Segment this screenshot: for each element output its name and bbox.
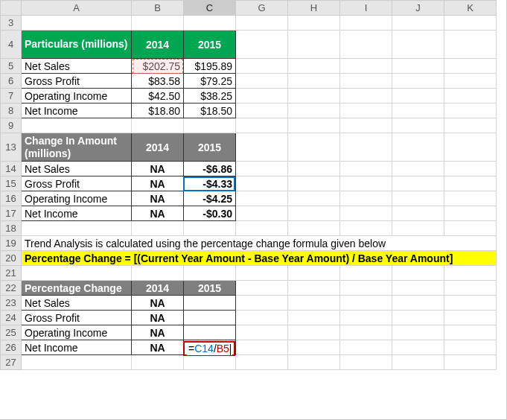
cell[interactable] xyxy=(236,281,288,296)
cell[interactable] xyxy=(340,296,392,311)
col-header-J[interactable]: J xyxy=(392,1,444,16)
spreadsheet-view[interactable]: A B C G H I J K 3 4 Particulars (million… xyxy=(0,0,507,420)
cell-A25[interactable]: Operating Income xyxy=(22,325,132,340)
cell[interactable] xyxy=(288,221,340,236)
cell[interactable] xyxy=(184,118,236,133)
row-header[interactable]: 21 xyxy=(1,266,22,281)
cell[interactable] xyxy=(236,355,288,370)
table1-header-2015[interactable]: 2015 xyxy=(184,31,236,59)
cell[interactable] xyxy=(184,16,236,31)
table2-header-change[interactable]: Change In Amount (millions) xyxy=(22,133,132,162)
row-header[interactable]: 17 xyxy=(1,206,22,221)
cell[interactable] xyxy=(340,191,392,206)
cell[interactable] xyxy=(236,89,288,104)
cell[interactable] xyxy=(288,325,340,340)
cell[interactable] xyxy=(444,191,497,206)
row-header[interactable]: 13 xyxy=(1,133,22,162)
table3-header-2015[interactable]: 2015 xyxy=(184,281,236,296)
cell[interactable] xyxy=(340,31,392,59)
cell-A5[interactable]: Net Sales xyxy=(22,59,132,74)
cell[interactable] xyxy=(340,221,392,236)
cell-C24[interactable] xyxy=(184,311,236,325)
col-header-I[interactable]: I xyxy=(340,1,392,16)
cell[interactable] xyxy=(444,74,497,89)
cell[interactable] xyxy=(444,16,497,31)
row-header[interactable]: 27 xyxy=(1,355,22,370)
row-header[interactable]: 9 xyxy=(1,118,22,133)
cell[interactable] xyxy=(444,266,497,281)
cell[interactable] xyxy=(288,340,340,355)
cell[interactable] xyxy=(340,176,392,191)
cell[interactable] xyxy=(132,266,184,281)
cell[interactable] xyxy=(236,104,288,118)
cell[interactable] xyxy=(444,31,497,59)
row-header[interactable]: 8 xyxy=(1,104,22,118)
cell[interactable] xyxy=(132,118,184,133)
cell-B8[interactable]: $18.80 xyxy=(132,104,184,118)
cell-B15[interactable]: NA xyxy=(132,176,184,191)
cell[interactable] xyxy=(444,206,497,221)
col-header-K[interactable]: K xyxy=(444,1,497,16)
cell-C17[interactable]: -$0.30 xyxy=(184,206,236,221)
cell[interactable] xyxy=(236,296,288,311)
table2-header-2014[interactable]: 2014 xyxy=(132,133,184,162)
cell[interactable] xyxy=(340,104,392,118)
cell-C25[interactable] xyxy=(184,325,236,340)
cell[interactable] xyxy=(288,176,340,191)
cell-C26[interactable] xyxy=(184,340,236,355)
row-header[interactable]: 25 xyxy=(1,325,22,340)
cell[interactable] xyxy=(444,176,497,191)
cell[interactable] xyxy=(340,89,392,104)
table1-header-2014[interactable]: 2014 xyxy=(132,31,184,59)
cell[interactable] xyxy=(444,340,497,355)
cell[interactable] xyxy=(340,311,392,325)
cell[interactable] xyxy=(340,59,392,74)
cell[interactable] xyxy=(132,355,184,370)
cell[interactable] xyxy=(392,31,444,59)
cell[interactable] xyxy=(340,281,392,296)
cell-B7[interactable]: $42.50 xyxy=(132,89,184,104)
cell[interactable] xyxy=(392,325,444,340)
cell[interactable] xyxy=(444,133,497,162)
col-header-C[interactable]: C xyxy=(184,1,236,16)
cell-B17[interactable]: NA xyxy=(132,206,184,221)
cell[interactable] xyxy=(22,118,132,133)
row-header[interactable]: 7 xyxy=(1,89,22,104)
cell[interactable] xyxy=(340,118,392,133)
cell-A24[interactable]: Gross Profit xyxy=(22,311,132,325)
cell[interactable] xyxy=(392,133,444,162)
cell-B23[interactable]: NA xyxy=(132,296,184,311)
cell[interactable] xyxy=(444,325,497,340)
cell[interactable] xyxy=(288,355,340,370)
cell-C14[interactable]: -$6.86 xyxy=(184,162,236,176)
cell[interactable] xyxy=(340,355,392,370)
cell[interactable] xyxy=(288,59,340,74)
cell[interactable] xyxy=(392,281,444,296)
cell[interactable] xyxy=(392,296,444,311)
cell-B24[interactable]: NA xyxy=(132,311,184,325)
cell-B26[interactable]: NA xyxy=(132,340,184,355)
cell[interactable] xyxy=(184,266,236,281)
grid[interactable]: A B C G H I J K 3 4 Particulars (million… xyxy=(0,0,497,370)
cell-B6[interactable]: $83.58 xyxy=(132,74,184,89)
cell[interactable] xyxy=(132,221,184,236)
cell[interactable] xyxy=(22,266,132,281)
cell[interactable] xyxy=(236,206,288,221)
cell-A14[interactable]: Net Sales xyxy=(22,162,132,176)
cell-A26[interactable]: Net Income xyxy=(22,340,132,355)
cell-C6[interactable]: $79.25 xyxy=(184,74,236,89)
cell-A19-note[interactable]: Trend Analysis is calculated using the p… xyxy=(22,236,497,251)
table3-header-pct[interactable]: Percentage Change xyxy=(22,281,132,296)
cell[interactable] xyxy=(340,133,392,162)
cell[interactable] xyxy=(288,206,340,221)
col-header-B[interactable]: B xyxy=(132,1,184,16)
col-header-A[interactable]: A xyxy=(22,1,132,16)
row-header[interactable]: 4 xyxy=(1,31,22,59)
cell[interactable] xyxy=(444,162,497,176)
row-header[interactable]: 6 xyxy=(1,74,22,89)
cell-B16[interactable]: NA xyxy=(132,191,184,206)
cell[interactable] xyxy=(444,311,497,325)
select-all-corner[interactable] xyxy=(1,1,22,16)
cell-B25[interactable]: NA xyxy=(132,325,184,340)
cell[interactable] xyxy=(236,162,288,176)
